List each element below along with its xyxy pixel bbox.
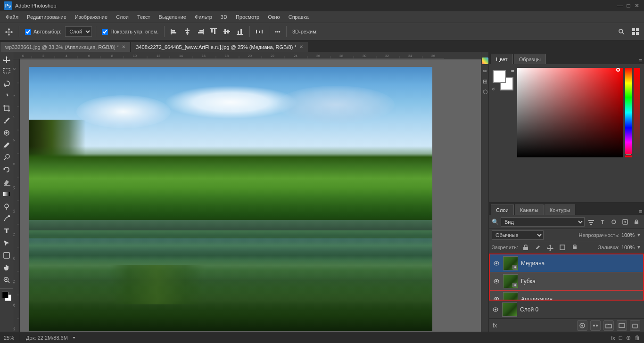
align-right-icon[interactable] bbox=[195, 25, 206, 38]
lock-all-icon[interactable] bbox=[570, 243, 579, 252]
color-panel-menu[interactable]: ≡ bbox=[639, 57, 642, 64]
tool-shape[interactable] bbox=[1, 250, 12, 261]
tool-text[interactable] bbox=[1, 225, 12, 237]
tool-gradient[interactable] bbox=[1, 188, 12, 200]
layer-eye-gubka[interactable] bbox=[493, 278, 500, 285]
tool-select[interactable] bbox=[1, 66, 12, 77]
status-icon3[interactable]: 🗑 bbox=[635, 335, 640, 341]
opacity-value[interactable]: 100% bbox=[621, 232, 635, 238]
filter-icon-layers[interactable] bbox=[586, 217, 596, 227]
align-left-icon[interactable] bbox=[168, 25, 180, 38]
window-controls[interactable]: — □ ✕ bbox=[617, 2, 640, 9]
tab-color[interactable]: Цвет bbox=[491, 54, 513, 64]
delete-layer-button[interactable] bbox=[630, 320, 640, 331]
hue-strip[interactable] bbox=[625, 68, 632, 157]
tab-wp3323661[interactable]: wp3323661.jpg @ 33,3% (Аппликация, RGB/8… bbox=[0, 41, 131, 52]
filter-adjust-icon[interactable] bbox=[609, 217, 619, 227]
tool-history[interactable] bbox=[1, 164, 12, 175]
pencil-icon[interactable]: ✏ bbox=[483, 68, 487, 74]
search-icon[interactable] bbox=[616, 25, 627, 38]
tool-crop[interactable] bbox=[1, 103, 12, 114]
fill-arrow[interactable]: ▼ bbox=[636, 245, 641, 250]
tool-clone[interactable] bbox=[1, 152, 12, 163]
tool-eraser[interactable] bbox=[1, 176, 12, 188]
menu-help[interactable]: Справка bbox=[285, 13, 313, 21]
lock-pixels-icon[interactable] bbox=[521, 243, 530, 252]
tool-move[interactable] bbox=[1, 54, 12, 65]
tool-hand[interactable] bbox=[1, 262, 12, 273]
canvas-area[interactable] bbox=[20, 59, 481, 332]
close-button[interactable]: ✕ bbox=[634, 2, 640, 9]
layer-eye-sloy0[interactable] bbox=[492, 306, 499, 313]
layer-select[interactable]: Слой bbox=[65, 26, 92, 37]
opacity-arrow[interactable]: ▼ bbox=[636, 232, 641, 237]
menu-3d[interactable]: 3D bbox=[217, 13, 231, 21]
lock-paint-icon[interactable] bbox=[533, 243, 543, 252]
blend-mode-select[interactable]: Обычные bbox=[492, 230, 544, 240]
tool-pen[interactable] bbox=[1, 213, 12, 224]
reset-colors-icon[interactable]: ↺ bbox=[492, 87, 495, 91]
adjust-icon[interactable]: ⊞ bbox=[483, 78, 487, 85]
show-controls-checkbox[interactable] bbox=[102, 29, 108, 35]
layers-panel-menu[interactable]: ≡ bbox=[639, 208, 642, 215]
align-vmid-icon[interactable] bbox=[221, 25, 232, 38]
status-fx[interactable]: fx bbox=[611, 335, 615, 341]
tool-path-select[interactable] bbox=[1, 237, 12, 249]
color-gradient-picker[interactable] bbox=[517, 68, 623, 157]
layer-eye-mediana[interactable] bbox=[493, 260, 500, 267]
tool-dodge[interactable] bbox=[1, 201, 12, 212]
tool-heal[interactable] bbox=[1, 127, 12, 139]
align-center-icon[interactable] bbox=[182, 25, 193, 38]
add-group-button[interactable] bbox=[603, 320, 614, 331]
filter-size-icon[interactable] bbox=[620, 217, 630, 227]
tab-layers[interactable]: Слои bbox=[491, 204, 514, 215]
status-arrow[interactable] bbox=[72, 335, 76, 340]
filter-lock-icon[interactable] bbox=[632, 217, 641, 227]
cube-icon[interactable]: ⬡ bbox=[483, 89, 487, 95]
menu-select[interactable]: Выделение bbox=[155, 13, 190, 21]
layer-item-sloy0[interactable]: Слой 0 bbox=[489, 301, 644, 318]
layer-item-applikacia[interactable]: ◈ Аппликация bbox=[490, 290, 643, 301]
panels-icon[interactable] bbox=[630, 25, 641, 38]
layer-filter-select[interactable]: Вид bbox=[501, 217, 585, 227]
filter-text-icon[interactable]: T bbox=[598, 217, 607, 227]
tool-zoom-tool[interactable] bbox=[1, 274, 12, 286]
status-icon2[interactable]: ⊕ bbox=[626, 335, 631, 341]
move-tool-icon[interactable] bbox=[3, 25, 15, 38]
show-controls-check[interactable]: Показать упр. элем. bbox=[100, 25, 160, 38]
menu-edit[interactable]: Редактирование bbox=[23, 13, 70, 21]
menu-layers[interactable]: Слои bbox=[112, 13, 132, 21]
fill-value[interactable]: 100% bbox=[621, 245, 635, 250]
tab-swatches[interactable]: Образцы bbox=[514, 54, 546, 64]
color-picker-icon[interactable] bbox=[482, 57, 488, 64]
right-panel-toggle[interactable]: ✏ ⊞ ⬡ bbox=[481, 52, 488, 332]
layers-fx-label[interactable]: fx bbox=[493, 322, 497, 329]
add-mask-button[interactable] bbox=[577, 320, 587, 331]
spectrum-strip[interactable] bbox=[634, 68, 640, 157]
add-layer-button[interactable] bbox=[617, 320, 627, 331]
align-top-icon[interactable] bbox=[208, 25, 219, 38]
more-btn[interactable]: ••• bbox=[273, 25, 282, 38]
distribute-icon[interactable] bbox=[254, 25, 265, 38]
minimize-button[interactable]: — bbox=[617, 2, 623, 9]
tab-paths[interactable]: Контуры bbox=[545, 204, 575, 215]
tab-close-2[interactable]: ✕ bbox=[299, 44, 303, 49]
lock-artboard-icon[interactable] bbox=[558, 243, 567, 252]
menu-filter[interactable]: Фильтр bbox=[191, 13, 216, 21]
layer-item-mediana[interactable]: ◈ Медиана bbox=[490, 254, 643, 272]
maximize-button[interactable]: □ bbox=[625, 2, 632, 9]
lock-move-icon[interactable] bbox=[545, 243, 555, 252]
menu-view[interactable]: Просмотр bbox=[232, 13, 263, 21]
autoselect-checkbox[interactable] bbox=[25, 29, 31, 35]
status-icon1[interactable]: □ bbox=[619, 335, 622, 341]
tab-artfile[interactable]: 3408x2272_664485_[www.ArtFile.ru].jpg @ … bbox=[131, 41, 308, 52]
tool-lasso[interactable] bbox=[1, 78, 12, 90]
add-adjustment-button[interactable] bbox=[590, 320, 601, 331]
menu-text[interactable]: Текст bbox=[133, 13, 154, 21]
layer-eye-applikacia[interactable] bbox=[493, 295, 500, 301]
menu-image[interactable]: Изображение bbox=[71, 13, 111, 21]
tool-brush[interactable] bbox=[1, 139, 12, 151]
layer-item-gubka[interactable]: ◈ Губка bbox=[490, 272, 643, 290]
fg-color-swatch[interactable] bbox=[493, 70, 506, 83]
tab-close-1[interactable]: ✕ bbox=[122, 44, 125, 49]
